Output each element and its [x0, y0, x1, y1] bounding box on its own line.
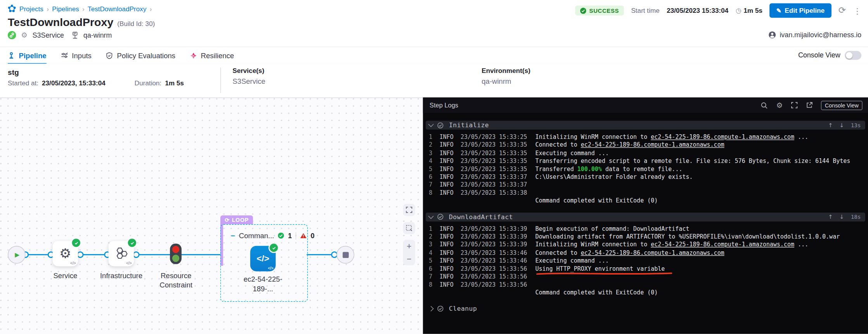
- gear-icon: ⚙: [59, 247, 71, 260]
- zoom-out-button[interactable]: −: [407, 255, 412, 263]
- clock-icon: ◷: [736, 7, 742, 14]
- inputs-icon: [61, 52, 68, 59]
- command-group-name[interactable]: Comman...: [239, 232, 274, 240]
- log-line: 8INFO23/05/2023 15:33:38: [423, 189, 868, 197]
- tab-pipeline[interactable]: Pipeline: [8, 47, 47, 64]
- log-line: 5INFO23/05/2023 15:33:46Executing comman…: [423, 256, 868, 265]
- console-view-button[interactable]: Console View: [821, 100, 863, 110]
- section-name: Cleanup: [449, 305, 477, 312]
- infrastructure-node[interactable]: </>: [109, 241, 134, 267]
- exit-code-line: Command completed with ExitCode (0): [535, 197, 868, 205]
- stop-icon: [342, 252, 349, 258]
- search-icon[interactable]: [761, 102, 768, 109]
- gear-icon: ⚙: [21, 31, 28, 39]
- status-badge: SUCCESS: [576, 5, 624, 16]
- log-message: C:\Users\Administrator Folder already ex…: [535, 173, 693, 181]
- log-line: 7INFO23/05/2023 15:33:37: [423, 181, 868, 189]
- tab-policy-evaluations[interactable]: Policy Evaluations: [106, 47, 175, 64]
- duration-value: 1m 5s: [165, 79, 184, 87]
- command-step-label-1: ec2-54-225-: [235, 275, 291, 284]
- chevron-right-icon[interactable]: [428, 306, 434, 311]
- start-node[interactable]: ▶: [8, 246, 26, 264]
- chevron-down-icon[interactable]: [428, 121, 434, 127]
- breadcrumb-pipeline-name[interactable]: TestDownloadProxy: [88, 5, 146, 12]
- log-line: 8INFO23/05/2023 15:33:56: [423, 280, 868, 289]
- app-root: Projects › Pipelines › TestDownloadProxy…: [0, 0, 868, 334]
- traffic-light-green: [172, 255, 180, 262]
- tab-resilience[interactable]: Resilience: [190, 47, 234, 64]
- zoom-in-button[interactable]: +: [407, 242, 412, 250]
- log-line: 1INFO23/05/2023 15:33:39Begin execution …: [423, 225, 868, 233]
- command-step-node[interactable]: </> </>: [250, 246, 276, 272]
- log-link[interactable]: ec2-54-225-189-86.compute-1.amazonaws.co…: [651, 241, 794, 248]
- fail-count-icon: [300, 232, 307, 239]
- success-check-icon: [268, 242, 279, 253]
- divider: [220, 67, 221, 93]
- duration-label: Duration:: [135, 79, 162, 87]
- console-view-label: Console View: [798, 52, 840, 59]
- fullscreen-button[interactable]: [403, 204, 415, 216]
- environments-value: qa-winrm: [482, 77, 531, 85]
- code-mini-icon: </>: [268, 267, 273, 270]
- environment-rack-icon: [71, 31, 79, 39]
- kebab-menu-icon[interactable]: ⋮: [853, 6, 861, 14]
- log-settings-gear-icon[interactable]: ⚙: [776, 101, 783, 109]
- tab-inputs[interactable]: Inputs: [61, 47, 92, 64]
- loop-badge: ⟳ LOOP: [220, 215, 253, 224]
- loop-icon: ⟳: [225, 217, 230, 223]
- log-section-header-initialize[interactable]: Initialize↑↓13s: [426, 121, 865, 130]
- divider: [296, 232, 296, 239]
- environment-tag[interactable]: qa-winrm: [83, 31, 112, 39]
- end-node[interactable]: [337, 246, 354, 264]
- breadcrumb-sep-icon: ›: [82, 5, 84, 12]
- service-tag[interactable]: S3Service: [33, 31, 64, 39]
- scroll-bottom-icon[interactable]: ↓: [840, 122, 844, 128]
- refresh-icon[interactable]: ⟳: [839, 6, 846, 15]
- scroll-top-icon[interactable]: ↑: [828, 122, 833, 128]
- scroll-bottom-icon[interactable]: ↓: [840, 214, 844, 220]
- log-line: 3INFO23/05/2023 15:33:35Executing comman…: [423, 149, 868, 157]
- console-view-toggle[interactable]: [845, 51, 861, 60]
- log-link[interactable]: ec2-54-225-189-86.compute-1.amazonaws.co…: [651, 133, 794, 140]
- resilience-icon: [190, 52, 197, 59]
- play-icon: ▶: [15, 251, 19, 258]
- select-region-button[interactable]: [403, 222, 415, 234]
- resource-constraint-label-1: Resource: [149, 271, 204, 280]
- breadcrumb-projects[interactable]: Projects: [19, 5, 43, 12]
- log-link[interactable]: ec2-54-225-189-86.compute-1.amazonaws.co…: [581, 142, 724, 148]
- collapse-icon[interactable]: −: [231, 232, 235, 240]
- log-message: Transferring encoded script to a remote …: [535, 157, 850, 165]
- exit-code-line: Command completed with ExitCode (0): [535, 288, 868, 296]
- fail-count: 0: [311, 232, 315, 239]
- environments-label: Environment(s): [482, 67, 531, 75]
- command-step-label-2: 189-...: [235, 284, 291, 293]
- pass-count: 1: [288, 232, 292, 239]
- tabs-bar: Pipeline Inputs Policy Evaluations Resil…: [0, 47, 868, 64]
- stage-name[interactable]: stg: [8, 68, 19, 76]
- log-section-header-downloadartifact[interactable]: DownloadArtifact↑↓18s: [426, 213, 865, 222]
- pipeline-icon: [8, 52, 15, 59]
- success-check-icon: [71, 237, 81, 248]
- pipeline-graph-canvas[interactable]: ▶ ⚙ </> Service </> Infrastructure Resou…: [0, 97, 423, 334]
- resource-constraint-node[interactable]: [170, 244, 182, 264]
- log-message: Initializing WinRM connection to ec2-54-…: [535, 241, 808, 249]
- service-node[interactable]: ⚙ </>: [53, 241, 78, 267]
- services-value: S3Service: [232, 77, 265, 85]
- log-link[interactable]: ec2-54-225-189-86.compute-1.amazonaws.co…: [581, 249, 724, 256]
- log-section-header-cleanup[interactable]: Cleanup: [426, 304, 865, 313]
- expand-logs-icon[interactable]: [791, 102, 798, 109]
- step-logs-panel: Step Logs ⚙ Console View Initialize↑↓13s…: [423, 97, 868, 334]
- log-message: Connected to ec2-54-225-189-86.compute-1…: [535, 141, 724, 149]
- step-logs-title: Step Logs: [430, 102, 458, 109]
- chevron-down-icon[interactable]: [428, 213, 434, 219]
- pass-count-icon: [278, 232, 284, 239]
- section-name: Initialize: [449, 121, 489, 129]
- section-success-icon: [437, 214, 444, 220]
- page-title: TestDownloadProxy: [8, 16, 113, 29]
- edit-pipeline-button[interactable]: ✎ Edit Pipeline: [769, 3, 831, 18]
- breadcrumb-pipelines[interactable]: Pipelines: [52, 5, 79, 12]
- started-at-value: 23/05/2023, 15:33:04: [42, 79, 105, 87]
- total-duration: 1m 5s: [744, 7, 763, 14]
- scroll-top-icon[interactable]: ↑: [828, 214, 833, 220]
- open-in-new-icon[interactable]: [806, 102, 813, 109]
